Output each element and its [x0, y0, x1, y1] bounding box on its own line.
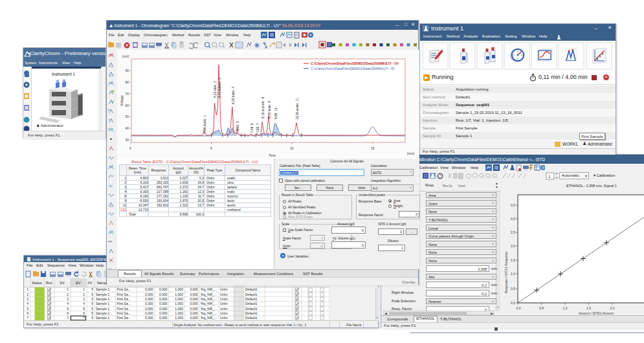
svg-text:Sample 1: Sample 1: [96, 307, 109, 311]
svg-text:Unkn: Unkn: [220, 307, 228, 311]
svg-text:[min]: [min]: [407, 151, 414, 155]
svg-text:C:\ClarityChrom\DataFiles\DEMO: C:\ClarityChrom\DataFiles\DEMO1\Data\250…: [311, 67, 394, 71]
svg-text:6: 6: [67, 311, 69, 315]
svg-text:0,0: 0,0: [511, 301, 515, 305]
svg-text:Default1: Default1: [245, 302, 258, 305]
svg-text:Unkn: Unkn: [220, 302, 228, 305]
svg-text:0,0: 0,0: [516, 306, 521, 310]
svg-text:0,000: 0,000: [159, 316, 168, 320]
svg-text:C:\ClarityChrom\DataFiles\DEMO: C:\ClarityChrom\DataFiles\DEMO1\Data\250…: [311, 61, 399, 65]
svg-text:7: 7: [83, 316, 85, 320]
svg-text:%q_%R_...: %q_%R_...: [201, 287, 217, 291]
svg-text:s: s: [108, 127, 109, 130]
svg-text:90: 90: [125, 69, 129, 72]
svg-text:SV: SV: [60, 281, 65, 285]
svg-text:6,30 malic 4: 6,30 malic 4: [232, 86, 235, 104]
svg-text:0,000: 0,000: [190, 293, 198, 296]
svg-text:7,85 7: 7,85 7: [256, 123, 260, 133]
svg-text:Status: Status: [32, 281, 42, 285]
svg-text:Unkn: Unkn: [220, 293, 228, 296]
svg-text:%q_%R_...: %q_%R_...: [201, 307, 217, 311]
svg-text:Default1: Default1: [245, 311, 258, 315]
svg-text:Sample 1: Sample 1: [96, 293, 109, 296]
svg-text:7,46 6: 7,46 6: [250, 123, 254, 133]
svg-text:1,5: 1,5: [586, 306, 591, 310]
svg-text:0,000: 0,000: [190, 316, 198, 320]
svg-text:Sample 1: Sample 1: [96, 311, 109, 315]
svg-text:5: 5: [27, 307, 28, 311]
svg-text:Response / ISTD1 Response: Response / ISTD1 Response: [504, 251, 508, 293]
svg-text:1,000: 1,000: [175, 287, 183, 291]
svg-text:5: 5: [210, 146, 212, 150]
svg-text:[mV]: [mV]: [122, 54, 129, 58]
svg-text:6,62 5: 6,62 5: [236, 121, 239, 131]
svg-text:0,000: 0,000: [159, 297, 168, 301]
svg-text:Default1: Default1: [245, 293, 258, 296]
svg-text:5: 5: [91, 287, 93, 291]
svg-text:1,000: 1,000: [175, 316, 183, 320]
svg-text:%q_%R_...: %q_%R_...: [201, 297, 217, 301]
svg-text:1,000: 1,000: [175, 293, 183, 296]
svg-text:Unkn: Unkn: [220, 316, 228, 320]
svg-text:0,5: 0,5: [539, 306, 544, 310]
svg-text:EV: EV: [76, 281, 81, 285]
svg-text:5: 5: [91, 307, 93, 311]
svg-text:80: 80: [125, 80, 129, 84]
svg-text:1,0: 1,0: [511, 272, 515, 276]
svg-text:%q_%R_...: %q_%R_...: [201, 293, 217, 296]
svg-text:0,000: 0,000: [145, 293, 153, 296]
svg-text:ETHANOL - 2,308 min, Signal 1: ETHANOL - 2,308 min, Signal 1: [566, 184, 617, 188]
svg-text:Default1: Default1: [245, 287, 258, 291]
svg-text:First Sa...: First Sa...: [117, 297, 131, 301]
svg-text:2,5: 2,5: [511, 230, 515, 234]
svg-text:3: 3: [67, 297, 69, 301]
svg-text:0: 0: [129, 146, 131, 150]
svg-text:Default1: Default1: [245, 307, 258, 311]
svg-text:Run: Run: [46, 281, 52, 285]
svg-text:Sample 1: Sample 1: [96, 297, 109, 301]
svg-text:8,16 succinic 8: 8,16 succinic 8: [261, 97, 265, 118]
svg-text:I/V: I/V: [88, 281, 93, 285]
svg-text:↓: ↓: [113, 250, 114, 254]
svg-text:5: 5: [91, 297, 93, 301]
svg-text:1: 1: [27, 287, 28, 291]
svg-text:15: 15: [371, 146, 375, 150]
svg-text:60: 60: [125, 104, 129, 107]
svg-text:2: 2: [27, 293, 28, 296]
svg-text:1,000: 1,000: [175, 297, 183, 301]
svg-text:1,000: 1,000: [175, 311, 183, 315]
svg-text:b: b: [108, 109, 109, 111]
svg-text:Sample 1: Sample 1: [96, 287, 109, 291]
svg-text:First Sa...: First Sa...: [117, 293, 131, 296]
svg-text:40: 40: [125, 126, 129, 130]
svg-text:0,000: 0,000: [190, 311, 198, 315]
svg-text:8,55 lactic 9: 8,55 lactic 9: [268, 101, 271, 118]
svg-text:6: 6: [27, 311, 28, 315]
svg-text:7: 7: [67, 316, 69, 320]
svg-text:2: 2: [67, 293, 69, 296]
svg-text:Sample 1: Sample 1: [96, 316, 109, 320]
svg-text:First Sa...: First Sa...: [117, 316, 131, 320]
svg-text:0,000: 0,000: [159, 287, 168, 291]
svg-text:3,5: 3,5: [511, 203, 515, 207]
svg-text:FFT: FFT: [108, 241, 113, 243]
svg-text:0,000: 0,000: [145, 307, 153, 311]
svg-text:5: 5: [91, 311, 93, 315]
svg-text:2,0: 2,0: [511, 244, 515, 248]
svg-text:8,98 10: 8,98 10: [274, 107, 278, 119]
svg-text:0,000: 0,000: [159, 302, 168, 305]
svg-text:10: 10: [290, 146, 294, 150]
svg-text:7: 7: [27, 316, 28, 320]
svg-text:%q_%R_...: %q_%R_...: [201, 302, 217, 305]
svg-text:0,000: 0,000: [145, 302, 153, 305]
svg-text:5: 5: [83, 307, 85, 311]
svg-text:Unkn: Unkn: [220, 311, 228, 315]
svg-text:0,000: 0,000: [145, 316, 153, 320]
svg-text:0,000: 0,000: [159, 307, 168, 311]
svg-text:70: 70: [125, 92, 129, 96]
svg-text:0,000: 0,000: [190, 287, 198, 291]
svg-text:%q_%R_...: %q_%R_...: [201, 316, 217, 320]
svg-text:0,000: 0,000: [145, 297, 153, 301]
svg-text:50: 50: [125, 115, 129, 118]
svg-text:3: 3: [27, 297, 28, 301]
